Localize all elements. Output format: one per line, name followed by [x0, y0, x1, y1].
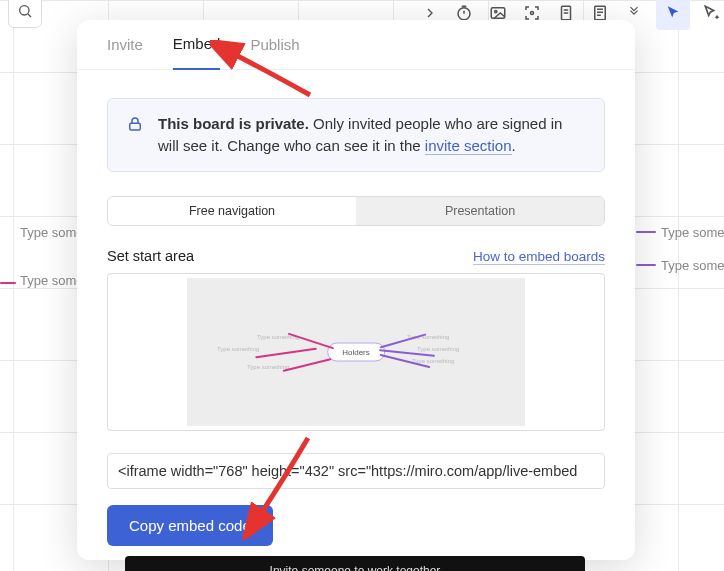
banner-bold: This board is private.: [158, 115, 309, 132]
preview-text: Type something: [417, 346, 459, 352]
chevron-right-icon: [422, 5, 438, 21]
canvas-node-text[interactable]: Type some: [20, 225, 84, 240]
svg-point-6: [495, 10, 497, 12]
banner-rest-b: .: [512, 137, 516, 154]
segment-free-navigation[interactable]: Free navigation: [108, 197, 356, 225]
chevron-down-double-icon: [627, 6, 641, 20]
tab-publish[interactable]: Publish: [250, 20, 299, 70]
svg-rect-15: [130, 123, 141, 130]
embed-code-input[interactable]: [107, 453, 605, 489]
search-icon: [17, 3, 33, 19]
edge-line: [636, 231, 656, 233]
preview-text: Type something: [217, 346, 259, 352]
share-dialog: Invite Embed Publish This board is priva…: [77, 20, 635, 560]
copy-embed-button[interactable]: Copy embed code: [107, 505, 273, 546]
segment-presentation[interactable]: Presentation: [356, 197, 604, 225]
toolbar-ai[interactable]: [700, 1, 724, 25]
start-area-label: Set start area: [107, 248, 194, 264]
privacy-banner: This board is private. Only invited peop…: [107, 98, 605, 172]
svg-point-0: [20, 6, 29, 15]
preview-text: Type something: [247, 364, 289, 370]
preview-edge: [288, 332, 334, 348]
svg-line-1: [28, 14, 31, 17]
canvas-node-text[interactable]: Type some: [661, 258, 724, 273]
invite-section-link[interactable]: invite section: [425, 137, 512, 155]
canvas-node-text[interactable]: Type some: [20, 273, 84, 288]
preview-center-node: Holders: [327, 342, 385, 361]
toolbar-cursor[interactable]: [656, 0, 690, 30]
edge-line: [0, 282, 16, 284]
invite-banner[interactable]: Invite someone to work together: [125, 556, 585, 571]
privacy-banner-text: This board is private. Only invited peop…: [158, 113, 586, 157]
start-area-preview[interactable]: Holders Type something Type something Ty…: [107, 273, 605, 431]
mode-segmented: Free navigation Presentation: [107, 196, 605, 226]
edge-line: [636, 264, 656, 266]
canvas-node-text[interactable]: Type some: [661, 225, 724, 240]
preview-edge: [255, 347, 317, 357]
svg-point-7: [531, 12, 534, 15]
lock-icon: [126, 115, 144, 137]
preview-thumbnail: Holders Type something Type something Ty…: [187, 278, 525, 426]
dialog-tabs: Invite Embed Publish: [77, 20, 635, 70]
tab-embed[interactable]: Embed: [173, 20, 221, 70]
cursor-icon: [664, 4, 682, 22]
start-area-header: Set start area How to embed boards: [107, 248, 605, 265]
tab-invite[interactable]: Invite: [107, 20, 143, 70]
search-button[interactable]: [8, 0, 42, 28]
how-to-embed-link[interactable]: How to embed boards: [473, 249, 605, 265]
sparkle-cursor-icon: [702, 3, 722, 23]
invite-banner-text: Invite someone to work together: [270, 564, 441, 571]
svg-rect-5: [491, 8, 505, 19]
preview-edge: [283, 357, 332, 371]
